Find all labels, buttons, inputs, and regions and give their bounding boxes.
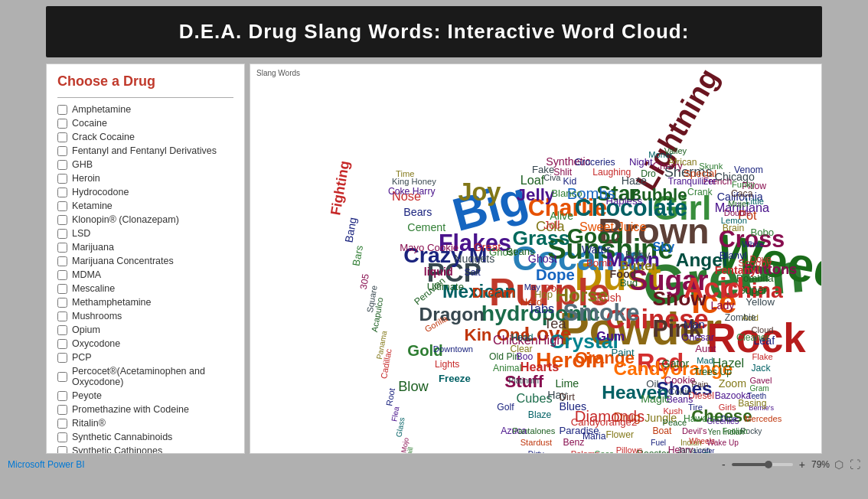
svg-text:Lights: Lights [435, 359, 460, 370]
drug-label: Mescaline [72, 283, 115, 294]
zoom-minus-button[interactable]: - [720, 458, 727, 471]
drug-label: Promethazine with Codeine [72, 404, 189, 415]
drug-label: Synthetic Cathinones [72, 445, 162, 454]
drug-checkbox[interactable] [57, 229, 67, 239]
svg-text:Yellow: Yellow [746, 296, 775, 308]
drug-checkbox[interactable] [57, 243, 67, 253]
drug-label: Percocet®(Acetaminophen and Oxycodone) [72, 366, 233, 387]
svg-text:Zoom: Zoom [719, 377, 746, 390]
svg-text:Hard: Hard [520, 296, 543, 308]
drug-checkbox[interactable] [57, 372, 67, 382]
svg-text:Mujer: Mujer [728, 199, 749, 208]
drug-item[interactable]: GHB [57, 159, 233, 170]
drug-item[interactable]: Oxycodone [57, 338, 233, 349]
drug-checkbox[interactable] [57, 105, 67, 115]
drug-label: Methamphetamine [72, 297, 152, 308]
svg-text:Hapless: Hapless [605, 195, 642, 207]
svg-text:Cement: Cement [407, 221, 445, 233]
drug-item[interactable]: Methamphetamine [57, 297, 233, 308]
svg-text:Animal: Animal [493, 363, 521, 373]
svg-text:Funky: Funky [732, 180, 755, 189]
svg-text:Kush: Kush [664, 406, 683, 416]
drug-checkbox[interactable] [57, 298, 67, 308]
drug-item[interactable]: Klonopin® (Clonazepam) [57, 214, 233, 225]
drug-checkbox[interactable] [57, 146, 67, 156]
svg-text:Time: Time [396, 169, 414, 178]
drug-item[interactable]: Synthetic Cannabinoids [57, 432, 233, 442]
drug-item[interactable]: Peyote [57, 390, 233, 401]
drug-item[interactable]: Opium [57, 325, 233, 335]
drug-item[interactable]: Fentanyl and Fentanyl Derivatives [57, 145, 233, 156]
drug-checkbox[interactable] [57, 284, 67, 294]
choose-drug-title: Choose a Drug [57, 73, 233, 90]
drug-checkbox[interactable] [57, 201, 67, 211]
drug-checkbox[interactable] [57, 325, 67, 335]
drug-item[interactable]: Mushrooms [57, 311, 233, 321]
svg-text:Downtown: Downtown [433, 344, 473, 354]
drug-checkbox[interactable] [57, 311, 67, 321]
svg-text:Mercedes: Mercedes [744, 414, 782, 423]
share-icon[interactable]: ⬡ [834, 458, 844, 471]
drug-item[interactable]: PCP [57, 352, 233, 363]
drug-item[interactable]: Ritalin® [57, 418, 233, 429]
svg-text:Jack: Jack [751, 363, 771, 373]
svg-text:Stardust: Stardust [520, 438, 553, 447]
drug-item[interactable]: Amphetamine [57, 104, 233, 115]
drug-checkbox[interactable] [57, 353, 67, 363]
drug-item[interactable]: Marijuana [57, 242, 233, 253]
svg-text:Blanco: Blanco [551, 188, 582, 199]
drug-label: Mushrooms [72, 311, 122, 321]
svg-text:Bears: Bears [403, 206, 432, 218]
svg-text:Benz: Benz [563, 437, 585, 448]
svg-text:Onesar: Onesar [681, 331, 715, 343]
drug-label: Hydrocodone [72, 187, 129, 197]
drug-item[interactable]: Synthetic Cathinones [57, 445, 233, 454]
drug-checkbox[interactable] [57, 119, 67, 129]
drug-checkbox[interactable] [57, 446, 67, 455]
drug-item[interactable]: Crack Cocaine [57, 132, 233, 142]
drug-item[interactable]: Hydrocodone [57, 187, 233, 197]
drug-checkbox[interactable] [57, 270, 67, 280]
zoom-controls: - + 79% ⬡ ⛶ [720, 458, 860, 471]
svg-text:Dop: Dop [543, 282, 562, 294]
drug-label: Peyote [72, 390, 102, 401]
drug-checkbox[interactable] [57, 391, 67, 401]
drug-item[interactable]: Percocet®(Acetaminophen and Oxycodone) [57, 366, 233, 387]
drug-item[interactable]: Mescaline [57, 283, 233, 294]
svg-text:Gum: Gum [596, 329, 625, 343]
svg-text:Zombie: Zombie [725, 312, 756, 323]
drug-item[interactable]: Promethazine with Codeine [57, 404, 233, 415]
drug-item[interactable]: MDMA [57, 269, 233, 280]
power-bi-link[interactable]: Microsoft Power BI [8, 459, 85, 470]
drug-checkbox[interactable] [57, 215, 67, 225]
svg-text:Bang: Bang [342, 217, 359, 243]
drug-checkbox[interactable] [57, 405, 67, 415]
drug-checkbox[interactable] [57, 339, 67, 349]
drug-checkbox[interactable] [57, 174, 67, 184]
drug-item[interactable]: Cocaine [57, 118, 233, 129]
svg-text:Root: Root [384, 386, 396, 406]
word-cloud: Green Weed Powder Rock Dust Purple Brown… [250, 64, 821, 453]
main-content: Choose a Drug AmphetamineCocaineCrack Co… [46, 64, 822, 454]
fullscreen-icon[interactable]: ⛶ [850, 458, 860, 471]
drug-item[interactable]: Ketamine [57, 201, 233, 211]
drug-item[interactable]: Marijuana Concentrates [57, 256, 233, 266]
svg-text:Lime: Lime [555, 377, 579, 390]
drug-checkbox[interactable] [57, 432, 67, 442]
word-cloud-panel: Slang Words Green Weed Powder Rock Dust … [250, 64, 822, 454]
drug-checkbox[interactable] [57, 160, 67, 170]
svg-text:Bars: Bars [351, 244, 366, 267]
zoom-plus-button[interactable]: + [798, 458, 807, 471]
drug-checkbox[interactable] [57, 132, 67, 142]
zoom-level: 79% [811, 459, 830, 470]
svg-text:Paint: Paint [612, 347, 635, 358]
drug-checkbox[interactable] [57, 256, 67, 266]
drug-item[interactable]: Heroin [57, 173, 233, 184]
drug-checkbox[interactable] [57, 188, 67, 197]
zoom-slider[interactable] [732, 463, 793, 466]
svg-text:Dream: Dream [472, 285, 516, 301]
zoom-slider-thumb[interactable] [765, 461, 772, 468]
drug-item[interactable]: LSD [57, 228, 233, 239]
drug-checkbox[interactable] [57, 419, 67, 429]
drug-label: PCP [72, 352, 92, 363]
